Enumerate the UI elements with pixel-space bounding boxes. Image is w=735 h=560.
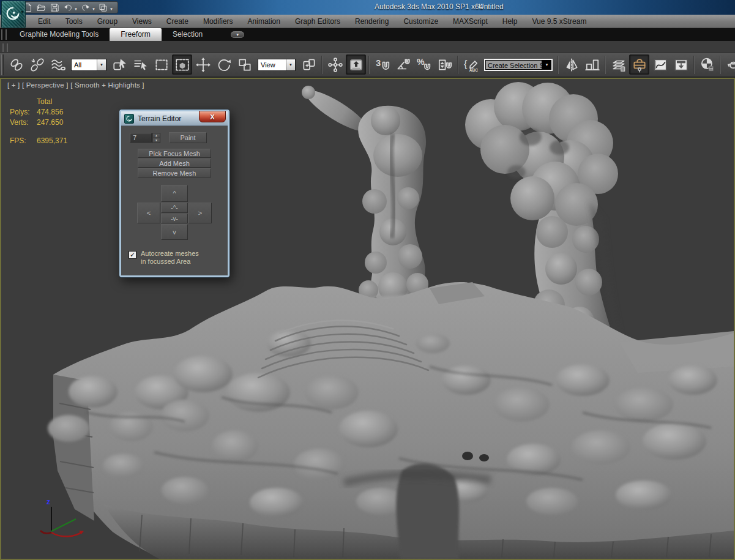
selection-filter-value: All — [72, 59, 97, 70]
menu-views[interactable]: Views — [125, 15, 159, 28]
paint-button[interactable]: Paint — [169, 132, 207, 143]
chevron-down-icon[interactable]: ▼ — [286, 59, 295, 70]
remove-mesh-button[interactable]: Remove Mesh — [138, 168, 211, 177]
named-selection-sets-dropdown[interactable]: Create Selection Se ▼ — [484, 59, 553, 71]
align-button[interactable] — [582, 54, 602, 75]
application-button[interactable]: ▼ — [1, 1, 26, 28]
select-and-rotate-button[interactable] — [214, 54, 234, 75]
axis-x-curve — [51, 531, 83, 537]
render-setup-button[interactable] — [723, 54, 735, 75]
select-by-name-button[interactable] — [130, 54, 151, 75]
select-and-scale-button[interactable] — [234, 54, 255, 75]
undo-dropdown-icon[interactable]: ▼ — [74, 7, 78, 11]
ribbon-collapsed-strip — [0, 41, 735, 53]
rotate-icon — [216, 57, 232, 73]
redo-button[interactable] — [80, 2, 92, 13]
select-and-link-button[interactable] — [6, 54, 26, 75]
menu-create[interactable]: Create — [159, 15, 196, 28]
tab-graphite-modeling-tools[interactable]: Graphite Modeling Tools — [9, 28, 110, 41]
menu-edit[interactable]: Edit — [31, 15, 58, 28]
ribbon-tab-bar: Graphite Modeling Tools Freeform Selecti… — [0, 28, 735, 41]
schematic-view-button[interactable] — [671, 54, 691, 75]
open-file-button[interactable] — [35, 2, 47, 13]
menu-maxscript[interactable]: MAXScript — [446, 15, 495, 28]
menu-tools[interactable]: Tools — [58, 15, 90, 28]
nav-right-button[interactable]: > — [188, 203, 212, 223]
toolbar-grip[interactable] — [1, 54, 4, 75]
chevron-down-icon: ▼ — [236, 33, 239, 37]
keyboard-shortcut-override-button[interactable] — [346, 54, 366, 75]
snap-toggle-3d-button[interactable]: 3 — [372, 54, 392, 75]
tab-selection[interactable]: Selection — [162, 28, 214, 41]
mirror-button[interactable] — [561, 54, 581, 75]
tab-freeform[interactable]: Freeform — [110, 28, 162, 41]
graphite-modeling-toggle-button[interactable] — [629, 54, 649, 75]
add-mesh-button[interactable]: Add Mesh — [138, 159, 211, 168]
redo-dropdown-icon[interactable]: ▼ — [92, 7, 95, 11]
menu-rendering[interactable]: Rendering — [348, 15, 396, 28]
chevron-down-icon[interactable]: ▼ — [542, 60, 551, 70]
terrain-editor-titlebar[interactable]: Terrain Editor X — [121, 111, 228, 126]
viewport-label[interactable]: [ + ] [ Perspective ] [ Smooth + Highlig… — [7, 81, 144, 89]
angle-snap-toggle-button[interactable] — [393, 54, 413, 75]
menu-modifiers[interactable]: Modifiers — [196, 15, 241, 28]
menu-help[interactable]: Help — [495, 15, 525, 28]
rectangular-selection-region-button[interactable] — [151, 54, 171, 75]
use-pivot-point-center-button[interactable] — [299, 54, 319, 75]
nav-left-button[interactable]: < — [137, 203, 160, 223]
snap-3d-icon: 3 — [375, 57, 390, 73]
toolbar-separator — [693, 56, 695, 74]
layer-manager-button[interactable] — [608, 54, 629, 75]
nav-up-button[interactable]: ^ — [161, 185, 188, 202]
select-and-move-button[interactable] — [193, 54, 213, 75]
edit-named-selection-sets-button[interactable]: {ABC — [461, 54, 481, 75]
autocreate-label: Autocreate meshes in focussed Area — [141, 250, 199, 266]
select-object-button[interactable] — [110, 54, 130, 75]
bind-to-space-warp-button[interactable] — [48, 54, 68, 75]
project-folder-button[interactable] — [97, 2, 110, 13]
menu-animation[interactable]: Animation — [241, 15, 288, 28]
pick-focus-mesh-button[interactable]: Pick Focus Mesh — [138, 149, 211, 158]
reference-coordinate-system-dropdown[interactable]: View ▼ — [258, 59, 296, 71]
save-file-button[interactable] — [48, 2, 61, 13]
svg-text:%: % — [417, 57, 425, 67]
select-and-manipulate-button[interactable] — [325, 54, 345, 75]
layers-icon — [611, 57, 627, 73]
menu-graph-editors[interactable]: Graph Editors — [288, 15, 348, 28]
stats-fps-label: FPS: — [10, 136, 37, 145]
terrain-editor-dialog[interactable]: Terrain Editor X 7 ▲ ▼ Paint Pick Focus … — [119, 110, 229, 277]
perspective-viewport[interactable]: [ + ] [ Perspective ] [ Smooth + Highlig… — [0, 78, 735, 560]
nav-down-button[interactable]: v — [161, 224, 188, 240]
autocreate-checkbox[interactable]: ✓ — [129, 251, 136, 259]
menu-group[interactable]: Group — [90, 15, 125, 28]
chevron-down-icon[interactable]: ▼ — [97, 59, 106, 70]
toolbox-icon — [632, 57, 647, 73]
brush-size-field[interactable]: 7 — [130, 133, 152, 143]
menu-vue-xstream[interactable]: Vue 9.5 xStream — [524, 15, 594, 28]
axis-z-label: z — [47, 498, 50, 506]
nav-center-down-button[interactable]: -v- — [161, 214, 188, 224]
curve-editor-button[interactable] — [650, 54, 670, 75]
material-editor-button[interactable] — [697, 54, 717, 75]
ribbon-strip-grip[interactable] — [2, 43, 8, 52]
percent-snap-toggle-button[interactable]: % — [414, 54, 434, 75]
spinner-snap-toggle-button[interactable] — [435, 54, 455, 75]
close-button[interactable]: X — [199, 111, 226, 122]
spinner-up-icon[interactable]: ▲ — [153, 133, 160, 138]
undo-button[interactable] — [62, 2, 74, 13]
spinner-down-icon[interactable]: ▼ — [153, 138, 160, 143]
selection-filter-dropdown[interactable]: All ▼ — [71, 59, 106, 71]
main-toolbar: All ▼ View ▼ 3 % {ABC Create Selection S… — [0, 53, 735, 78]
project-dropdown-icon[interactable]: ▼ — [110, 7, 113, 11]
nav-center-up-button[interactable]: -^- — [161, 203, 188, 213]
scale-icon — [237, 57, 253, 73]
ribbon-minimize-button[interactable]: ▼ — [231, 31, 244, 38]
window-crossing-toggle-button[interactable] — [172, 54, 192, 75]
unlink-selection-button[interactable] — [27, 54, 47, 75]
svg-text:{: { — [464, 58, 468, 69]
window-titlebar[interactable]: ▼ ▼ ▼ Autodesk 3ds Max 2010 SP1 x64 Unti… — [0, 0, 735, 15]
svg-text:ABC: ABC — [469, 67, 477, 72]
menu-customize[interactable]: Customize — [396, 15, 446, 28]
brush-size-spinner[interactable]: ▲ ▼ — [152, 133, 160, 143]
ribbon-grip[interactable] — [1, 29, 7, 40]
